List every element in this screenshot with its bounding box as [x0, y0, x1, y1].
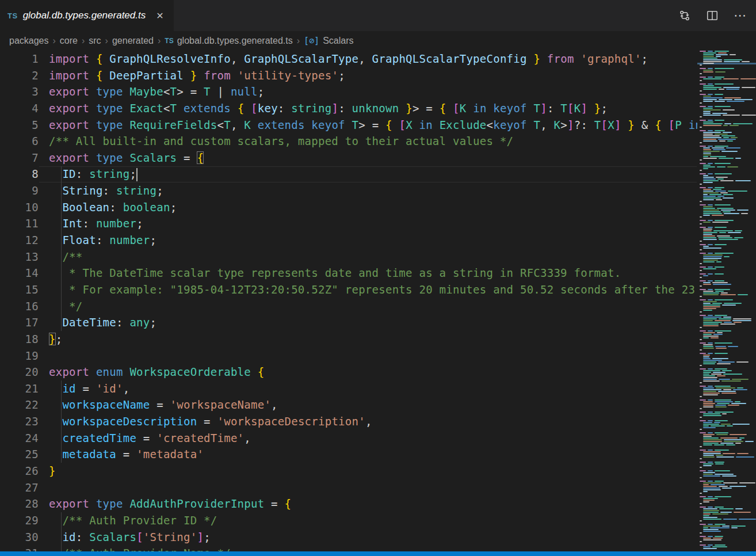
minimap-row	[697, 332, 756, 333]
minimap-row	[697, 277, 756, 278]
breadcrumb-item-global-db-types-generated-ts[interactable]: TSglobal.db.types.generated.ts	[165, 36, 292, 46]
minimap-row	[697, 213, 756, 214]
breadcrumb-separator: ›	[297, 36, 300, 46]
tab-bar: TS global.db.types.generated.ts ✕	[0, 0, 756, 31]
minimap-row	[697, 165, 756, 166]
minimap[interactable]	[697, 51, 756, 551]
minimap-row	[697, 298, 756, 299]
minimap-row	[697, 247, 756, 249]
code-line-19[interactable]	[49, 348, 697, 364]
minimap-row	[697, 175, 756, 176]
minimap-row	[697, 513, 756, 515]
minimap-row	[697, 51, 756, 52]
code-line-13[interactable]: /**	[49, 249, 697, 265]
code-line-7[interactable]: export type Scalars = {	[49, 150, 697, 166]
line-number: 14	[0, 265, 39, 281]
minimap-row	[697, 474, 756, 475]
code-line-20[interactable]: export enum WorkspaceOrderable {	[49, 364, 697, 380]
code-line-3[interactable]: export type Maybe<T> = T | null;	[49, 83, 697, 100]
line-number: 18	[0, 331, 39, 348]
code-line-27[interactable]	[49, 479, 697, 496]
code-line-5[interactable]: export type RequireFields<T, K extends k…	[49, 117, 697, 134]
open-changes-icon[interactable]	[678, 9, 692, 22]
close-icon[interactable]: ✕	[154, 9, 165, 22]
code-line-22[interactable]: workspaceName = 'workspaceName',	[49, 397, 697, 413]
code-line-26[interactable]: }	[49, 463, 697, 479]
code-line-23[interactable]: workspaceDescription = 'workspaceDescrip…	[49, 413, 697, 430]
breadcrumb-item-core[interactable]: core	[60, 36, 78, 46]
breadcrumb-item-src[interactable]: src	[89, 36, 101, 46]
minimap-row	[697, 465, 756, 466]
code-line-9[interactable]: String: string;	[49, 182, 697, 199]
code-line-18[interactable]: };	[49, 331, 697, 348]
code-line-15[interactable]: * For example: "1985-04-12T23:20:50.52Z"…	[49, 281, 697, 298]
minimap-row	[697, 294, 756, 295]
code-line-16[interactable]: */	[49, 298, 697, 315]
minimap-row	[697, 68, 756, 69]
minimap-row	[697, 94, 756, 95]
minimap-row	[697, 406, 756, 408]
code-line-14[interactable]: * The DateTime scalar type represents da…	[49, 265, 697, 281]
gutter[interactable]: 1234567891011121314151617181920212223242…	[0, 51, 39, 551]
minimap-row	[697, 448, 756, 449]
minimap-row	[697, 443, 756, 444]
breadcrumb-item-generated[interactable]: generated	[112, 36, 154, 46]
minimap-row	[697, 230, 756, 231]
code-line-25[interactable]: metadata = 'metadata'	[49, 446, 697, 463]
minimap-row	[697, 536, 756, 537]
code-line-8[interactable]: ID: string;	[49, 166, 697, 182]
code-line-4[interactable]: export type Exact<T extends { [key: stri…	[49, 100, 697, 117]
code-line-11[interactable]: Int: number;	[49, 215, 697, 232]
code-line-1[interactable]: import { GraphQLResolveInfo, GraphQLScal…	[49, 51, 697, 67]
code-line-2[interactable]: import { DeepPartial } from 'utility-typ…	[49, 67, 697, 84]
minimap-row	[697, 336, 756, 337]
minimap-row	[697, 266, 756, 268]
line-number: 17	[0, 314, 39, 331]
breadcrumb-item-packages[interactable]: packages	[9, 36, 49, 46]
minimap-row	[697, 254, 756, 256]
code-line-6[interactable]: /** All built-in and custom scalars, map…	[49, 133, 697, 150]
minimap-row	[697, 410, 756, 411]
minimap-row	[697, 199, 756, 200]
code-line-10[interactable]: Boolean: boolean;	[49, 199, 697, 216]
minimap-row	[697, 384, 756, 385]
minimap-row	[697, 134, 756, 135]
breadcrumb-item-scalars[interactable]: [⊘]Scalars	[304, 36, 353, 46]
minimap-row	[697, 460, 756, 461]
minimap-row	[697, 194, 756, 195]
code-line-31[interactable]: /** Auth Provider Name */	[49, 545, 697, 551]
minimap-row	[697, 375, 756, 376]
minimap-row	[697, 417, 756, 418]
code-editor[interactable]: 1234567891011121314151617181920212223242…	[0, 51, 697, 551]
code-line-30[interactable]: id: Scalars['String'];	[49, 529, 697, 546]
minimap-row	[697, 424, 756, 425]
minimap-row	[697, 396, 756, 397]
minimap-row	[697, 108, 756, 109]
status-bar[interactable]	[0, 551, 756, 556]
code-line-21[interactable]: id = 'id',	[49, 380, 697, 397]
ts-file-icon: TS	[7, 12, 18, 20]
code-line-24[interactable]: createdTime = 'createdTime',	[49, 430, 697, 447]
minimap-row	[697, 427, 756, 428]
line-number: 16	[0, 298, 39, 315]
minimap-row	[697, 304, 756, 306]
code-line-29[interactable]: /** Auth Provider ID */	[49, 512, 697, 529]
code-line-17[interactable]: DateTime: any;	[49, 314, 697, 331]
code-line-12[interactable]: Float: number;	[49, 232, 697, 249]
minimap-row	[697, 529, 756, 530]
minimap-row	[697, 246, 756, 247]
minimap-row	[697, 237, 756, 238]
minimap-row	[697, 189, 756, 190]
code-line-28[interactable]: export type AddAuthProviderInput = {	[49, 496, 697, 512]
more-actions-icon[interactable]: ⋯	[733, 9, 747, 22]
minimap-row	[697, 249, 756, 250]
minimap-row	[697, 486, 756, 487]
minimap-row	[697, 550, 756, 551]
code-area[interactable]: import { GraphQLResolveInfo, GraphQLScal…	[49, 51, 697, 551]
tab-global-db-types[interactable]: TS global.db.types.generated.ts ✕	[0, 0, 174, 31]
split-editor-icon[interactable]	[705, 9, 719, 22]
minimap-row	[697, 106, 756, 107]
minimap-row	[697, 99, 756, 100]
minimap-row	[697, 329, 756, 330]
minimap-row	[697, 527, 756, 528]
